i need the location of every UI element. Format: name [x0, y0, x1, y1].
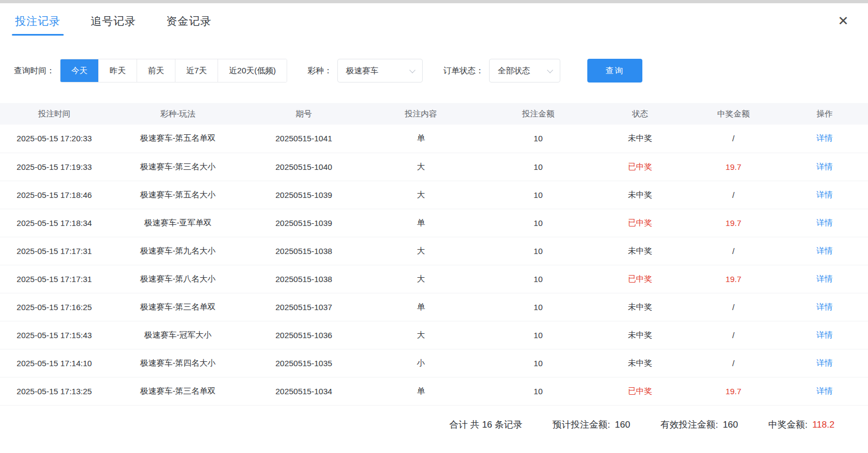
cell-status: 未中奖	[594, 237, 686, 265]
cell-game-play: 极速赛车-亚军单双	[109, 209, 247, 237]
search-button[interactable]: 查询	[587, 59, 642, 83]
cell-game-play: 极速赛车-第三名单双	[109, 377, 247, 405]
header-prize-amount: 中奖金额	[686, 103, 781, 125]
cell-bet-time: 2025-05-15 17:15:43	[0, 321, 109, 349]
table-header-row: 投注时间 彩种-玩法 期号 投注内容 投注金额 状态 中奖金额 操作	[0, 103, 868, 125]
detail-link[interactable]: 详情	[817, 330, 833, 339]
cell-bet-time: 2025-05-15 17:17:31	[0, 265, 109, 293]
summary-valid-label: 有效投注金额:	[660, 420, 718, 430]
cell-bet-amount: 10	[482, 265, 594, 293]
chevron-down-icon	[409, 67, 415, 73]
time-option-last20days[interactable]: 近20天(低频)	[218, 59, 287, 82]
cell-issue: 20250515-1035	[247, 349, 360, 377]
cell-issue: 20250515-1040	[247, 153, 360, 181]
cell-bet-content: 单	[360, 209, 482, 237]
detail-link[interactable]: 详情	[817, 302, 833, 311]
detail-link[interactable]: 详情	[817, 386, 833, 395]
summary-expected-value: 160	[615, 420, 630, 430]
cell-bet-time: 2025-05-15 17:13:25	[0, 377, 109, 405]
cell-status: 未中奖	[594, 181, 686, 209]
time-option-yesterday[interactable]: 昨天	[98, 59, 137, 82]
tab-bar: 投注记录 追号记录 资金记录 ✕	[0, 3, 868, 39]
cell-status: 未中奖	[594, 293, 686, 321]
time-option-day-before[interactable]: 前天	[137, 59, 175, 82]
table-row: 2025-05-15 17:16:25 极速赛车-第三名单双 20250515-…	[0, 293, 868, 321]
cell-issue: 20250515-1038	[247, 237, 360, 265]
detail-link[interactable]: 详情	[817, 162, 833, 171]
cell-bet-time: 2025-05-15 17:18:46	[0, 181, 109, 209]
detail-link[interactable]: 详情	[817, 133, 833, 142]
header-bet-time: 投注时间	[0, 103, 109, 125]
time-filter-label: 查询时间：	[14, 66, 55, 76]
cell-bet-content: 大	[360, 237, 482, 265]
cell-status: 已中奖	[594, 265, 686, 293]
summary-total-records: 合计 共 16 条记录	[449, 418, 522, 431]
detail-link[interactable]: 详情	[817, 190, 833, 199]
detail-link[interactable]: 详情	[817, 274, 833, 283]
tab-chase-records[interactable]: 追号记录	[91, 3, 136, 39]
detail-link[interactable]: 详情	[817, 358, 833, 367]
cell-bet-content: 单	[360, 377, 482, 405]
header-bet-amount: 投注金额	[482, 103, 594, 125]
cell-bet-content: 大	[360, 321, 482, 349]
summary-valid-amount: 有效投注金额: 160	[658, 418, 738, 431]
table-row: 2025-05-15 17:15:43 极速赛车-冠军大小 20250515-1…	[0, 321, 868, 349]
header-actions: 操作	[781, 103, 868, 125]
table-row: 2025-05-15 17:19:33 极速赛车-第三名大小 20250515-…	[0, 153, 868, 181]
cell-prize-amount: /	[686, 181, 781, 209]
cell-bet-amount: 10	[482, 237, 594, 265]
cell-issue: 20250515-1034	[247, 377, 360, 405]
cell-game-play: 极速赛车-第八名大小	[109, 265, 247, 293]
cell-bet-time: 2025-05-15 17:14:10	[0, 349, 109, 377]
cell-status: 未中奖	[594, 125, 686, 153]
cell-bet-amount: 10	[482, 181, 594, 209]
cell-prize-amount: 19.7	[686, 153, 781, 181]
summary-footer: 合计 共 16 条记录 预计投注金额: 160 有效投注金额: 160 中奖金额…	[0, 406, 868, 431]
lottery-filter-label: 彩种：	[308, 66, 332, 76]
tab-bet-records[interactable]: 投注记录	[15, 3, 60, 39]
cell-status: 已中奖	[594, 377, 686, 405]
cell-prize-amount: /	[686, 349, 781, 377]
summary-valid-value: 160	[723, 420, 738, 430]
table-body: 2025-05-15 17:20:33 极速赛车-第五名单双 20250515-…	[0, 125, 868, 405]
detail-link[interactable]: 详情	[817, 218, 833, 227]
cell-prize-amount: 19.7	[686, 377, 781, 405]
cell-prize-amount: /	[686, 237, 781, 265]
cell-bet-time: 2025-05-15 17:18:34	[0, 209, 109, 237]
table-row: 2025-05-15 17:13:25 极速赛车-第三名单双 20250515-…	[0, 377, 868, 405]
cell-bet-content: 单	[360, 125, 482, 153]
cell-status: 已中奖	[594, 153, 686, 181]
summary-prize-value: 118.2	[812, 420, 835, 430]
table-row: 2025-05-15 17:17:31 极速赛车-第九名大小 20250515-…	[0, 237, 868, 265]
time-option-today[interactable]: 今天	[60, 59, 98, 82]
detail-link[interactable]: 详情	[817, 246, 833, 255]
cell-bet-amount: 10	[482, 293, 594, 321]
header-bet-content: 投注内容	[360, 103, 482, 125]
table-row: 2025-05-15 17:17:31 极速赛车-第八名大小 20250515-…	[0, 265, 868, 293]
cell-status: 未中奖	[594, 349, 686, 377]
chevron-down-icon	[547, 67, 553, 73]
cell-prize-amount: 19.7	[686, 265, 781, 293]
lottery-select[interactable]: 极速赛车	[337, 59, 423, 83]
lottery-select-value: 极速赛车	[346, 66, 378, 75]
cell-game-play: 极速赛车-第三名单双	[109, 293, 247, 321]
cell-bet-amount: 10	[482, 153, 594, 181]
order-status-select[interactable]: 全部状态	[489, 59, 560, 83]
cell-bet-amount: 10	[482, 125, 594, 153]
cell-status: 已中奖	[594, 209, 686, 237]
cell-prize-amount: /	[686, 321, 781, 349]
cell-game-play: 极速赛车-第五名大小	[109, 181, 247, 209]
summary-expected-amount: 预计投注金额: 160	[551, 418, 630, 431]
cell-issue: 20250515-1037	[247, 293, 360, 321]
cell-bet-amount: 10	[482, 349, 594, 377]
cell-issue: 20250515-1039	[247, 181, 360, 209]
time-option-last7days[interactable]: 近7天	[175, 59, 218, 82]
cell-bet-time: 2025-05-15 17:20:33	[0, 125, 109, 153]
order-status-select-value: 全部状态	[498, 66, 530, 75]
header-status: 状态	[594, 103, 686, 125]
tab-fund-records[interactable]: 资金记录	[166, 3, 212, 39]
cell-bet-content: 大	[360, 181, 482, 209]
cell-bet-time: 2025-05-15 17:19:33	[0, 153, 109, 181]
close-icon[interactable]: ✕	[833, 12, 853, 30]
cell-bet-content: 单	[360, 293, 482, 321]
